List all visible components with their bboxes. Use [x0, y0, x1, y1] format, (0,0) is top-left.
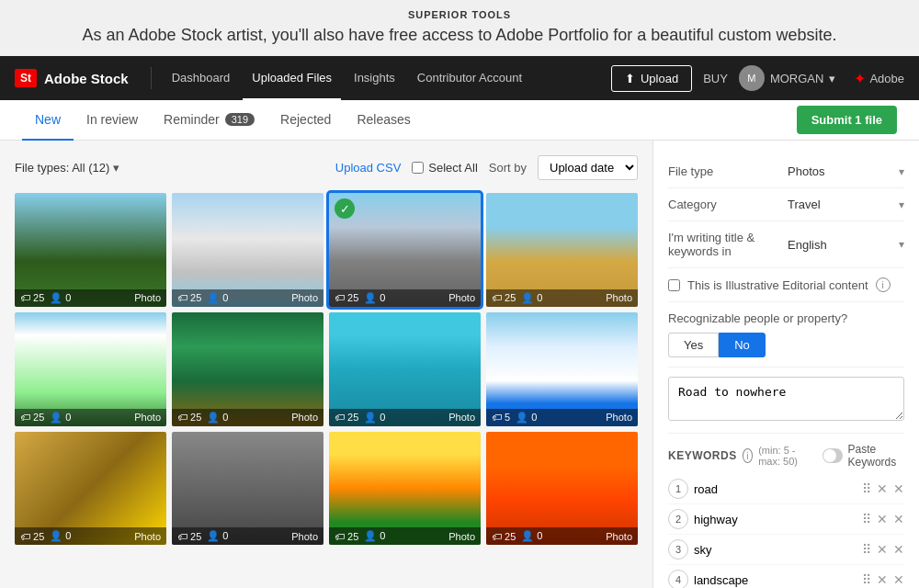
main-content: File types: All (12) ▾ Upload CSV Select… — [0, 141, 919, 588]
user-menu[interactable]: M MORGAN ▾ — [739, 65, 836, 91]
image-tile[interactable]: 🏷 25 👤 0 Photo — [486, 432, 638, 546]
keyword-input-1[interactable] — [694, 480, 857, 499]
image-tile[interactable]: 🏷 25 👤 0 Photo — [329, 312, 481, 426]
submit-button[interactable]: Submit 1 file — [797, 106, 897, 134]
image-tile[interactable]: 🏷 25 👤 0 Photo — [15, 432, 166, 546]
file-type-badge: Photo — [291, 292, 318, 303]
user-name: MORGAN — [770, 72, 824, 85]
select-all-checkbox[interactable] — [412, 162, 424, 174]
upload-csv-link[interactable]: Upload CSV — [335, 161, 402, 175]
toggle-thumb — [823, 449, 836, 462]
tag-icon: 🏷 25 — [492, 531, 516, 542]
upload-button[interactable]: ⬆ Upload — [611, 65, 692, 92]
brand-name: Adobe Stock — [44, 71, 129, 86]
file-type-badge: Photo — [291, 531, 318, 542]
image-tile[interactable]: 🏷 25 👤 0 Photo — [172, 432, 323, 546]
keyword-drag-icon[interactable]: ⠿ — [862, 572, 871, 587]
keyword-num: 1 — [668, 479, 688, 499]
file-type-badge: Photo — [606, 531, 632, 542]
editorial-info-icon[interactable]: i — [876, 277, 891, 292]
lang-chevron-icon: ▾ — [899, 238, 904, 251]
upload-icon: ⬆ — [625, 72, 635, 85]
people-icon: 👤 0 — [521, 292, 542, 304]
navbar-links: Dashboard Uploaded Files Insights Contri… — [163, 56, 611, 100]
category-value[interactable]: Travel ▾ — [788, 198, 904, 211]
file-type-badge: Photo — [134, 412, 161, 423]
tab-new[interactable]: New — [22, 100, 74, 141]
file-type-label: File type — [668, 164, 788, 178]
image-tile[interactable]: 🏷 25 👤 0 Photo — [486, 193, 638, 307]
keyword-edit-icon[interactable]: ✕ — [877, 481, 888, 496]
tag-icon: 🏷 25 — [335, 412, 358, 423]
tab-reminder[interactable]: Reminder 319 — [151, 100, 267, 141]
tile-footer: 🏷 25 👤 0 Photo — [15, 289, 166, 307]
keyword-input-3[interactable] — [694, 540, 857, 560]
paste-keywords-toggle[interactable]: Paste Keywords — [823, 443, 904, 469]
tile-footer: 🏷 25 👤 0 Photo — [15, 409, 166, 426]
image-tile-selected[interactable]: ✓ 🏷 25 👤 0 Photo — [329, 193, 481, 307]
file-type-value[interactable]: Photos ▾ — [788, 164, 904, 178]
image-tile[interactable]: 🏷 25 👤 0 Photo — [172, 193, 323, 307]
keyword-input-2[interactable] — [694, 510, 857, 529]
editorial-checkbox[interactable] — [668, 279, 680, 291]
keyword-edit-icon[interactable]: ✕ — [877, 512, 888, 526]
keyword-num: 2 — [668, 509, 688, 529]
tile-footer: 🏷 25 👤 0 Photo — [172, 289, 323, 307]
keyword-row: 2 ⠿ ✕ ✕ — [668, 504, 904, 535]
image-tile[interactable]: 🏷 25 👤 0 Photo — [329, 432, 481, 546]
toggle-track[interactable] — [823, 448, 842, 463]
tab-releases[interactable]: Releases — [344, 100, 423, 141]
keywords-hint: (min: 5 - max: 50) — [758, 445, 811, 467]
keyword-drag-icon[interactable]: ⠿ — [862, 542, 871, 557]
nav-dashboard[interactable]: Dashboard — [163, 56, 240, 100]
people-icon: 👤 0 — [516, 412, 537, 424]
keyword-delete-icon[interactable]: ✕ — [893, 512, 904, 526]
file-type-chevron-icon: ▾ — [899, 165, 904, 178]
keyword-row: 4 ⠿ ✕ ✕ — [668, 565, 904, 588]
image-tile[interactable]: 🏷 5 👤 0 Photo — [486, 312, 638, 426]
keyword-num: 4 — [668, 570, 688, 588]
tag-icon: 🏷 25 — [177, 531, 201, 542]
adobe-label: Adobe — [869, 72, 904, 85]
category-field: Category Travel ▾ — [668, 188, 904, 221]
buy-link[interactable]: BUY — [703, 72, 728, 85]
title-input[interactable]: Road to nowhere — [668, 377, 904, 421]
keywords-label: KEYWORDS — [668, 449, 737, 462]
image-tile[interactable]: 🏷 25 👤 0 Photo — [172, 312, 323, 426]
sort-select[interactable]: Upload date File name File type — [538, 155, 638, 180]
yes-no-buttons: Yes No — [668, 333, 904, 357]
keyword-delete-icon[interactable]: ✕ — [893, 542, 904, 557]
keyword-input-4[interactable] — [694, 571, 857, 589]
language-field: I'm writing title & keywords in English … — [668, 221, 904, 268]
people-icon: 👤 0 — [364, 530, 385, 542]
nav-contributor-account[interactable]: Contributor Account — [408, 56, 531, 100]
tile-footer: 🏷 25 👤 0 Photo — [329, 527, 481, 545]
keyword-drag-icon[interactable]: ⠿ — [862, 512, 871, 526]
nav-insights[interactable]: Insights — [345, 56, 404, 100]
image-tile[interactable]: 🏷 25 👤 0 Photo — [15, 312, 166, 426]
file-type-chevron-icon: ▾ — [113, 161, 119, 175]
tab-rejected[interactable]: Rejected — [267, 100, 344, 141]
brand-logo[interactable]: St Adobe Stock — [15, 69, 129, 87]
image-grid: 🏷 25 👤 0 Photo 🏷 25 👤 0 Photo ✓ 🏷 25 — [15, 193, 638, 545]
keyword-delete-icon[interactable]: ✕ — [893, 481, 904, 496]
keyword-num: 3 — [668, 539, 688, 560]
yes-button[interactable]: Yes — [668, 333, 719, 357]
file-type-filter[interactable]: File types: All (12) ▾ — [15, 161, 119, 175]
no-button[interactable]: No — [719, 333, 766, 357]
keyword-delete-icon[interactable]: ✕ — [893, 572, 904, 587]
language-value[interactable]: English ▾ — [788, 238, 904, 252]
tag-icon: 🏷 25 — [20, 412, 44, 423]
keywords-info-icon[interactable]: i — [743, 448, 753, 463]
image-tile[interactable]: 🏷 25 👤 0 Photo — [15, 193, 166, 307]
keyword-drag-icon[interactable]: ⠿ — [862, 481, 871, 496]
select-all-label[interactable]: Select All — [412, 161, 477, 175]
nav-uploaded-files[interactable]: Uploaded Files — [243, 56, 341, 100]
app-title: SUPERIOR TOOLS — [18, 9, 901, 20]
reminder-badge: 319 — [225, 113, 255, 126]
keyword-edit-icon[interactable]: ✕ — [877, 542, 888, 557]
keyword-edit-icon[interactable]: ✕ — [877, 572, 888, 587]
tab-in-review[interactable]: In review — [74, 100, 151, 141]
navbar: St Adobe Stock Dashboard Uploaded Files … — [0, 56, 919, 100]
tile-footer: 🏷 25 👤 0 Photo — [329, 409, 481, 426]
